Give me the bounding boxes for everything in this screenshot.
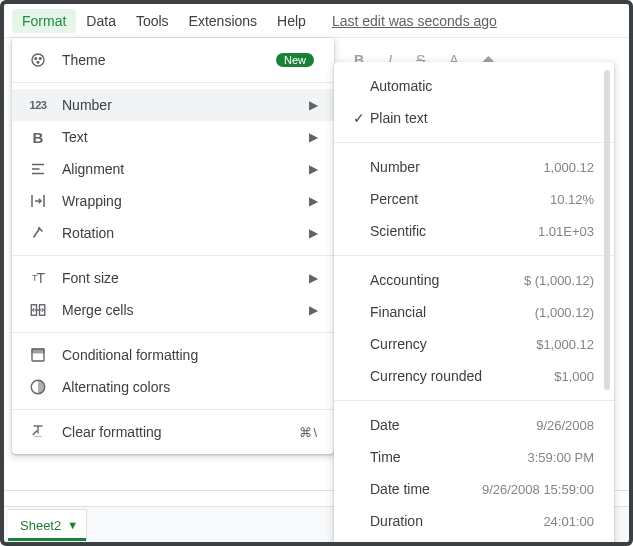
text-icon: B [28, 129, 48, 146]
wrapping-icon [28, 192, 48, 210]
submenu-example: 1,000.12 [543, 160, 594, 175]
menuitem-label: Merge cells [62, 302, 303, 318]
submenu-example: 24:01:00 [543, 514, 594, 529]
submenu-label: Time [370, 449, 528, 465]
new-badge: New [276, 53, 314, 67]
submenu-arrow-icon: ▶ [309, 98, 318, 112]
menuitem-label: Conditional formatting [62, 347, 318, 363]
menuitem-label: Alternating colors [62, 379, 318, 395]
sheet-tab[interactable]: Sheet2 ▼ [8, 509, 87, 541]
submenu-example: 1.01E+03 [538, 224, 594, 239]
menuitem-wrapping[interactable]: Wrapping ▶ [12, 185, 334, 217]
submenu-example: 9/26/2008 15:59:00 [482, 482, 594, 497]
conditional-icon [28, 346, 48, 364]
svg-line-18 [33, 431, 38, 436]
menuitem-mergecells[interactable]: Merge cells ▶ [12, 294, 334, 326]
chevron-down-icon[interactable]: ▼ [67, 519, 78, 531]
shortcut: ⌘\ [299, 425, 318, 440]
submenu-label: Percent [370, 191, 550, 207]
submenu-item-time[interactable]: Time 3:59:00 PM [334, 441, 614, 473]
submenu-label: Plain text [370, 110, 594, 126]
menuitem-clear[interactable]: Clear formatting ⌘\ [12, 416, 334, 448]
submenu-label: Duration [370, 513, 543, 529]
submenu-label: Currency rounded [370, 368, 554, 384]
submenu-label: Scientific [370, 223, 538, 239]
submenu-arrow-icon: ▶ [309, 303, 318, 317]
svg-point-1 [35, 58, 37, 60]
submenu-item-number[interactable]: Number 1,000.12 [334, 151, 614, 183]
submenu-item-accounting[interactable]: Accounting $ (1,000.12) [334, 264, 614, 296]
submenu-example: 10.12% [550, 192, 594, 207]
number-submenu: Automatic ✓ Plain text Number 1,000.12 P… [334, 62, 614, 545]
separator [12, 332, 334, 333]
svg-point-2 [39, 58, 41, 60]
merge-icon [28, 301, 48, 319]
submenu-item-plaintext[interactable]: ✓ Plain text [334, 102, 614, 134]
number-icon: 123 [28, 99, 48, 111]
menuitem-rotation[interactable]: Rotation ▶ [12, 217, 334, 249]
menuitem-label: Rotation [62, 225, 303, 241]
menuitem-label: Alignment [62, 161, 303, 177]
submenu-arrow-icon: ▶ [309, 271, 318, 285]
menuitem-label: Clear formatting [62, 424, 299, 440]
submenu-arrow-icon: ▶ [309, 194, 318, 208]
menuitem-label: Theme [62, 52, 276, 68]
submenu-example: (1,000.12) [535, 305, 594, 320]
rotation-icon [28, 224, 48, 242]
submenu-item-financial[interactable]: Financial (1,000.12) [334, 296, 614, 328]
separator [12, 255, 334, 256]
menuitem-number[interactable]: 123 Number ▶ [12, 89, 334, 121]
submenu-label: Date time [370, 481, 482, 497]
submenu-item-duration[interactable]: Duration 24:01:00 [334, 505, 614, 537]
submenu-item-date[interactable]: Date 9/26/2008 [334, 409, 614, 441]
menuitem-conditional[interactable]: Conditional formatting [12, 339, 334, 371]
submenu-label: Automatic [370, 78, 594, 94]
submenu-example: $1,000.12 [536, 337, 594, 352]
menu-extensions[interactable]: Extensions [179, 9, 267, 33]
submenu-item-currency[interactable]: Currency $1,000.12 [334, 328, 614, 360]
menuitem-text[interactable]: B Text ▶ [12, 121, 334, 153]
separator [12, 82, 334, 83]
fontsize-icon: TT [28, 270, 48, 286]
menuitem-alignment[interactable]: Alignment ▶ [12, 153, 334, 185]
scrollbar[interactable] [604, 70, 610, 390]
clear-icon [28, 423, 48, 441]
menuitem-alternating[interactable]: Alternating colors [12, 371, 334, 403]
menu-data[interactable]: Data [76, 9, 126, 33]
submenu-arrow-icon: ▶ [309, 226, 318, 240]
submenu-label: Number [370, 159, 543, 175]
svg-rect-13 [32, 349, 44, 353]
submenu-label: Date [370, 417, 536, 433]
menubar: Format Data Tools Extensions Help Last e… [4, 4, 629, 38]
submenu-item-currencyrounded[interactable]: Currency rounded $1,000 [334, 360, 614, 392]
submenu-item-datetime[interactable]: Date time 9/26/2008 15:59:00 [334, 473, 614, 505]
sheet-tab-name: Sheet2 [20, 518, 61, 533]
menuitem-fontsize[interactable]: TT Font size ▶ [12, 262, 334, 294]
submenu-label: Financial [370, 304, 535, 320]
menuitem-label: Font size [62, 270, 303, 286]
separator [12, 409, 334, 410]
submenu-item-automatic[interactable]: Automatic [334, 70, 614, 102]
submenu-item-scientific[interactable]: Scientific 1.01E+03 [334, 215, 614, 247]
menu-tools[interactable]: Tools [126, 9, 179, 33]
svg-point-0 [32, 54, 44, 66]
separator [334, 255, 614, 256]
submenu-label: Currency [370, 336, 536, 352]
separator [334, 142, 614, 143]
submenu-example: $1,000 [554, 369, 594, 384]
menuitem-theme[interactable]: Theme New [12, 44, 334, 76]
submenu-example: 9/26/2008 [536, 418, 594, 433]
submenu-item-percent[interactable]: Percent 10.12% [334, 183, 614, 215]
menu-help[interactable]: Help [267, 9, 316, 33]
submenu-arrow-icon: ▶ [309, 162, 318, 176]
alignment-icon [28, 160, 48, 178]
svg-point-3 [37, 61, 39, 63]
submenu-example: 3:59:00 PM [528, 450, 595, 465]
menuitem-label: Number [62, 97, 303, 113]
alternating-icon [28, 378, 48, 396]
menu-format[interactable]: Format [12, 9, 76, 33]
last-edit-link[interactable]: Last edit was seconds ago [332, 13, 497, 29]
separator [334, 400, 614, 401]
submenu-example: $ (1,000.12) [524, 273, 594, 288]
format-menu: Theme New 123 Number ▶ B Text ▶ Alignmen… [12, 38, 334, 454]
